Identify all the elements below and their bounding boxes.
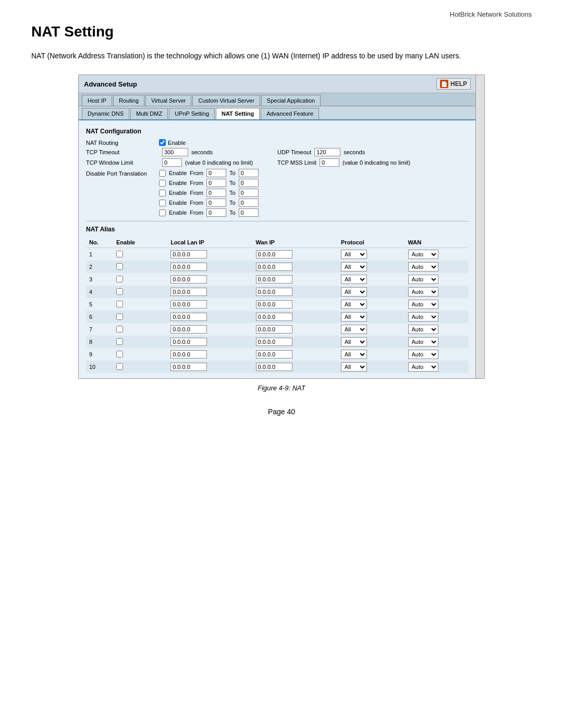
row-wan-select-2[interactable]: AutoWAN1WAN2 [405, 261, 469, 273]
port-trans-enable-2[interactable] [159, 180, 166, 187]
row-local-lan-ip-4[interactable] [167, 286, 242, 298]
row-enable-7[interactable] [113, 323, 157, 336]
wan-select-1[interactable]: AutoWAN1WAN2 [408, 250, 438, 259]
row-wan-select-8[interactable]: AutoWAN1WAN2 [405, 336, 469, 348]
local-lan-ip-input-10[interactable] [170, 363, 207, 371]
row-wan-ip-4[interactable] [253, 286, 327, 298]
row-local-lan-ip-9[interactable] [167, 348, 242, 361]
local-lan-ip-input-3[interactable] [170, 275, 207, 283]
row-protocol-4[interactable]: AllTCPUDP [338, 286, 394, 298]
port-trans-enable-5[interactable] [159, 209, 166, 216]
wan-select-3[interactable]: AutoWAN1WAN2 [408, 275, 438, 284]
row-enable-9[interactable] [113, 348, 157, 361]
row-wan-select-5[interactable]: AutoWAN1WAN2 [405, 298, 469, 311]
row-wan-select-3[interactable]: AutoWAN1WAN2 [405, 273, 469, 286]
row-protocol-5[interactable]: AllTCPUDP [338, 298, 394, 311]
row-enable-10[interactable] [113, 361, 157, 373]
row-wan-ip-3[interactable] [253, 273, 327, 286]
enable-checkbox-7[interactable] [116, 326, 123, 332]
enable-checkbox-6[interactable] [116, 313, 123, 320]
wan-select-10[interactable]: AutoWAN1WAN2 [408, 362, 438, 372]
wan-ip-input-7[interactable] [256, 325, 292, 334]
wan-ip-input-1[interactable] [256, 250, 292, 258]
wan-ip-input-4[interactable] [256, 288, 292, 296]
row-protocol-10[interactable]: AllTCPUDP [338, 361, 394, 373]
row-local-lan-ip-10[interactable] [167, 361, 242, 373]
enable-checkbox-3[interactable] [116, 276, 123, 282]
port-trans-enable-4[interactable] [159, 200, 166, 206]
row-enable-4[interactable] [113, 286, 157, 298]
local-lan-ip-input-1[interactable] [170, 250, 207, 258]
wan-select-7[interactable]: AutoWAN1WAN2 [408, 325, 438, 334]
row-protocol-3[interactable]: AllTCPUDP [338, 273, 394, 286]
tab-custom-virtual-server[interactable]: Custom Virtual Server [192, 95, 260, 106]
wan-select-9[interactable]: AutoWAN1WAN2 [408, 350, 438, 359]
tab-nat-setting[interactable]: NAT Setting [216, 108, 260, 119]
row-wan-select-9[interactable]: AutoWAN1WAN2 [405, 348, 469, 361]
protocol-select-5[interactable]: AllTCPUDP [341, 300, 367, 309]
tab-advanced-feature[interactable]: Advanced Feature [261, 108, 319, 119]
row-enable-1[interactable] [113, 248, 157, 261]
row-wan-select-7[interactable]: AutoWAN1WAN2 [405, 323, 469, 336]
local-lan-ip-input-4[interactable] [170, 288, 207, 296]
row-enable-8[interactable] [113, 336, 157, 348]
row-enable-5[interactable] [113, 298, 157, 311]
tab-host-ip[interactable]: Host IP [82, 95, 112, 106]
protocol-select-2[interactable]: AllTCPUDP [341, 262, 367, 272]
enable-checkbox-5[interactable] [116, 301, 123, 307]
tab-special-application[interactable]: Special Application [261, 95, 321, 106]
port-trans-enable-1[interactable] [159, 170, 166, 177]
row-enable-3[interactable] [113, 273, 157, 286]
tab-dynamic-dns[interactable]: Dynamic DNS [82, 108, 129, 119]
protocol-select-9[interactable]: AllTCPUDP [341, 350, 367, 359]
wan-select-5[interactable]: AutoWAN1WAN2 [408, 300, 438, 309]
row-local-lan-ip-2[interactable] [167, 261, 242, 273]
to-input-2[interactable] [239, 179, 259, 187]
row-local-lan-ip-5[interactable] [167, 298, 242, 311]
row-local-lan-ip-3[interactable] [167, 273, 242, 286]
help-button[interactable]: 📄 HELP [436, 78, 471, 90]
tcp-timeout-input[interactable] [162, 148, 188, 156]
protocol-select-4[interactable]: AllTCPUDP [341, 287, 367, 297]
wan-ip-input-8[interactable] [256, 338, 292, 346]
local-lan-ip-input-7[interactable] [170, 325, 207, 334]
from-input-2[interactable] [206, 179, 226, 187]
row-protocol-7[interactable]: AllTCPUDP [338, 323, 394, 336]
row-protocol-8[interactable]: AllTCPUDP [338, 336, 394, 348]
enable-checkbox-1[interactable] [116, 251, 123, 257]
wan-ip-input-2[interactable] [256, 263, 292, 271]
protocol-select-1[interactable]: AllTCPUDP [341, 250, 367, 259]
row-protocol-9[interactable]: AllTCPUDP [338, 348, 394, 361]
port-trans-enable-3[interactable] [159, 190, 166, 196]
enable-checkbox-9[interactable] [116, 351, 123, 357]
nat-routing-checkbox[interactable] [159, 139, 166, 146]
udp-timeout-input[interactable] [314, 148, 340, 156]
to-input-1[interactable] [239, 169, 259, 177]
row-wan-ip-1[interactable] [253, 248, 327, 261]
tcp-window-input[interactable] [162, 158, 182, 167]
row-wan-select-10[interactable]: AutoWAN1WAN2 [405, 361, 469, 373]
local-lan-ip-input-9[interactable] [170, 350, 207, 359]
row-wan-ip-6[interactable] [253, 311, 327, 323]
local-lan-ip-input-8[interactable] [170, 338, 207, 346]
wan-ip-input-10[interactable] [256, 363, 292, 371]
from-input-1[interactable] [206, 169, 226, 177]
row-protocol-2[interactable]: AllTCPUDP [338, 261, 394, 273]
protocol-select-7[interactable]: AllTCPUDP [341, 325, 367, 334]
wan-select-6[interactable]: AutoWAN1WAN2 [408, 312, 438, 322]
wan-ip-input-6[interactable] [256, 313, 292, 321]
enable-checkbox-8[interactable] [116, 338, 123, 345]
row-wan-select-1[interactable]: AutoWAN1WAN2 [405, 248, 469, 261]
row-enable-6[interactable] [113, 311, 157, 323]
from-input-3[interactable] [206, 189, 226, 197]
tab-routing[interactable]: Routing [113, 95, 144, 106]
wan-ip-input-5[interactable] [256, 300, 292, 309]
protocol-select-6[interactable]: AllTCPUDP [341, 312, 367, 322]
enable-checkbox-2[interactable] [116, 263, 123, 270]
row-wan-ip-10[interactable] [253, 361, 327, 373]
tab-multi-dmz[interactable]: Multi DMZ [130, 108, 168, 119]
from-input-5[interactable] [206, 208, 226, 217]
local-lan-ip-input-2[interactable] [170, 263, 207, 271]
wan-select-2[interactable]: AutoWAN1WAN2 [408, 262, 438, 272]
row-enable-2[interactable] [113, 261, 157, 273]
